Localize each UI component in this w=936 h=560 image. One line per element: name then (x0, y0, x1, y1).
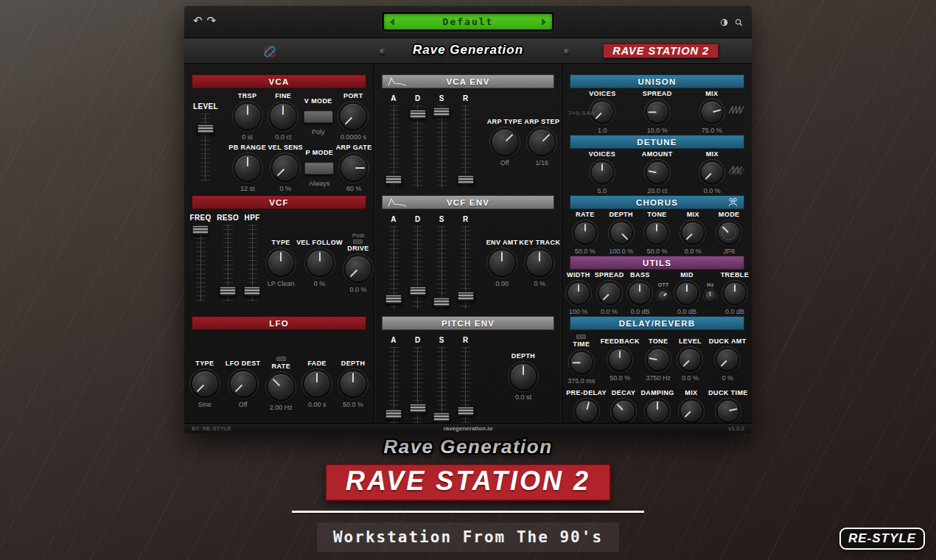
port-knob-dial[interactable] (340, 104, 366, 129)
tone-knob-dial[interactable] (648, 349, 668, 370)
key-track-knob-dial[interactable] (527, 251, 552, 276)
fine-knob[interactable] (268, 101, 298, 132)
fade-knob[interactable] (301, 368, 332, 399)
voices-knob[interactable] (589, 159, 615, 186)
footer-website[interactable]: ravegeneration.io (444, 425, 493, 432)
s-slider[interactable] (437, 226, 447, 309)
d-slider[interactable] (413, 105, 422, 188)
arp-step-knob[interactable] (526, 127, 557, 158)
vel-follow-knob[interactable] (304, 248, 335, 279)
rate-knob-dial[interactable] (575, 223, 596, 243)
amount-knob-dial[interactable] (647, 162, 668, 183)
p-mode-button[interactable] (304, 162, 334, 175)
a-slider[interactable] (389, 105, 399, 188)
pre-delay-knob[interactable] (573, 398, 600, 424)
env-amt-knob-dial[interactable] (489, 251, 514, 276)
drive-knob-dial[interactable] (346, 256, 371, 281)
damping-knob-dial[interactable] (647, 401, 668, 421)
d-slider-handle[interactable] (409, 286, 426, 295)
mix-knob-dial[interactable] (681, 401, 702, 421)
vel-sens-knob[interactable] (270, 153, 301, 183)
ott-knob[interactable] (656, 289, 671, 304)
s-slider-handle[interactable] (433, 298, 450, 307)
depth-knob[interactable] (508, 361, 539, 392)
mid-knob[interactable] (674, 280, 700, 307)
r-slider-handle[interactable] (457, 175, 474, 185)
d-slider[interactable] (413, 226, 422, 309)
v-mode-button[interactable] (304, 111, 333, 123)
level-slider-handle[interactable] (197, 124, 214, 133)
s-slider-handle[interactable] (433, 413, 450, 422)
a-slider-handle[interactable] (385, 410, 402, 419)
feedback-knob-dial[interactable] (610, 349, 630, 370)
width-knob-dial[interactable] (568, 283, 589, 304)
arp-step-knob-dial[interactable] (529, 130, 554, 155)
preset-next-arrow-icon[interactable] (542, 18, 546, 26)
type-knob[interactable] (265, 248, 296, 279)
depth-knob[interactable] (338, 368, 369, 399)
preset-screen[interactable]: Default (384, 14, 552, 29)
tone-knob-dial[interactable] (646, 223, 667, 243)
trsp-knob[interactable] (232, 101, 263, 132)
d-slider[interactable] (413, 347, 422, 423)
mid-knob-dial[interactable] (677, 283, 697, 304)
duck-amt-knob[interactable] (714, 346, 741, 373)
amount-knob[interactable] (644, 159, 671, 186)
level-slider[interactable] (200, 113, 210, 181)
reso-slider[interactable] (223, 225, 233, 301)
depth-knob-dial[interactable] (340, 371, 366, 396)
bass-knob-dial[interactable] (629, 283, 650, 304)
lfo-dest-knob-dial[interactable] (231, 371, 256, 396)
depth-knob-dial[interactable] (611, 223, 632, 243)
hz-knob[interactable] (703, 289, 718, 304)
fade-knob-dial[interactable] (304, 371, 329, 396)
a-slider[interactable] (389, 226, 399, 309)
arp-gate-knob-dial[interactable] (341, 155, 366, 181)
duck-time-knob[interactable] (715, 398, 741, 424)
reso-slider-handle[interactable] (220, 286, 237, 295)
a-slider-handle[interactable] (385, 294, 402, 304)
key-track-knob[interactable] (524, 248, 555, 279)
trsp-knob-dial[interactable] (235, 104, 260, 129)
spread-knob[interactable] (644, 99, 671, 125)
spread-knob[interactable] (596, 280, 623, 307)
contrast-icon[interactable] (720, 16, 728, 29)
pb-range-knob-dial[interactable] (235, 155, 260, 181)
mode-knob[interactable] (716, 220, 742, 246)
drive-knob[interactable] (343, 253, 374, 284)
type-knob-dial[interactable] (192, 371, 217, 396)
a-slider-handle[interactable] (385, 175, 402, 185)
mix-knob-dial[interactable] (702, 102, 722, 122)
pre-delay-knob-dial[interactable] (576, 401, 597, 421)
damping-knob[interactable] (644, 398, 671, 424)
treble-knob-dial[interactable] (724, 283, 745, 304)
rate-knob[interactable] (572, 220, 598, 246)
decay-knob-dial[interactable] (613, 401, 634, 421)
lfo-dest-knob[interactable] (228, 368, 259, 399)
mix-knob[interactable] (699, 99, 725, 125)
freq-slider-handle[interactable] (192, 225, 209, 234)
d-slider-handle[interactable] (409, 109, 426, 119)
a-slider[interactable] (389, 347, 399, 423)
feedback-knob[interactable] (607, 346, 633, 373)
hpf-slider[interactable] (248, 225, 257, 301)
rate-sync-toggle[interactable] (276, 357, 286, 361)
rate-knob[interactable] (265, 371, 296, 402)
time-sync-toggle[interactable] (576, 335, 586, 339)
arp-type-knob[interactable] (489, 127, 520, 158)
s-slider[interactable] (437, 347, 447, 423)
treble-knob[interactable] (722, 280, 748, 307)
hz-knob-dial[interactable] (705, 291, 716, 301)
vel-sens-knob-dial[interactable] (273, 155, 298, 181)
s-slider-handle[interactable] (433, 108, 450, 117)
redo-icon[interactable]: ↷ (207, 13, 217, 28)
tone-knob[interactable] (643, 220, 670, 246)
duck-amt-knob-dial[interactable] (717, 349, 738, 370)
mix-knob[interactable] (680, 220, 706, 246)
mix-knob[interactable] (678, 398, 705, 424)
preset-prev-arrow-icon[interactable] (390, 18, 394, 26)
width-knob[interactable] (565, 280, 592, 307)
rate-knob-dial[interactable] (268, 374, 293, 399)
spread-knob-dial[interactable] (647, 102, 668, 122)
s-slider[interactable] (437, 105, 447, 188)
